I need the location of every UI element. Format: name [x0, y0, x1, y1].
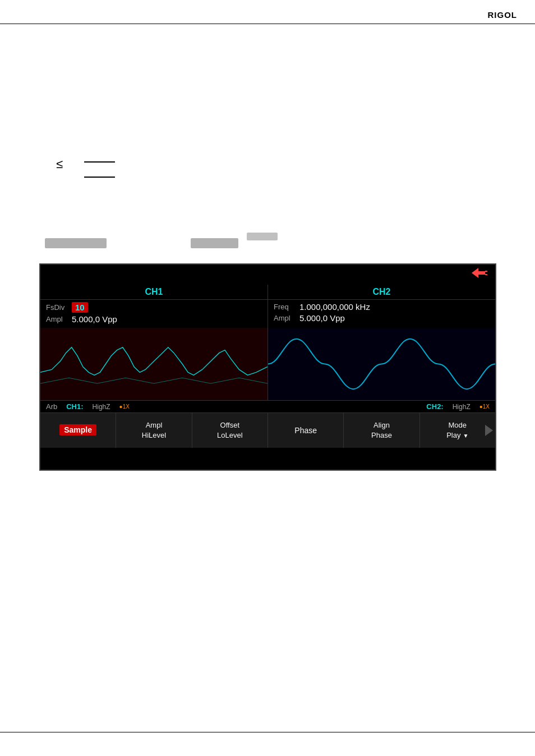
- ch1-params: FsDiv 10 Ampl 5.000,0 Vpp: [40, 300, 268, 328]
- fsdiv-label: FsDiv: [46, 303, 67, 312]
- hilevel-label: HiLevel: [142, 430, 166, 440]
- ch2-waveform: [268, 328, 495, 400]
- play-arrow-icon: ▼: [463, 433, 469, 439]
- ch1-fsdiv-line: FsDiv 10: [46, 302, 262, 313]
- menu-item-offset[interactable]: Offset LoLevel: [192, 413, 268, 448]
- ampl-top-label: Ampl: [146, 420, 163, 430]
- ch1-ampl-label: Ampl: [46, 315, 67, 323]
- gray-bar-3: [247, 233, 278, 240]
- svg-marker-0: [472, 268, 485, 278]
- ch2-freq-value: 1.000,000,000 kHz: [299, 302, 370, 312]
- phase-label: Phase: [294, 426, 317, 435]
- offset-top-label: Offset: [220, 420, 239, 430]
- ch1-waveform: [40, 328, 268, 400]
- menu-item-phase[interactable]: Phase: [268, 413, 344, 448]
- channel-row: CH1 CH2: [40, 285, 495, 300]
- ch2-freq-line: Freq 1.000,000,000 kHz: [274, 302, 490, 312]
- ch1-ampl-line: Ampl 5.000,0 Vpp: [46, 314, 262, 324]
- param-area: FsDiv 10 Ampl 5.000,0 Vpp Freq 1.000,000…: [40, 300, 495, 328]
- ch2-params: Freq 1.000,000,000 kHz Ampl 5.000,0 Vpp: [268, 300, 495, 328]
- rigol-screen: CH1 CH2 FsDiv 10 Ampl 5.000,0 Vpp Freq 1…: [39, 263, 496, 471]
- ch1-ampl-value: 5.000,0 Vpp: [72, 314, 117, 324]
- usb-icon: [471, 267, 488, 282]
- ch2-ampl-value: 5.000,0 Vpp: [299, 313, 345, 323]
- top-brand: RIGOL: [488, 10, 518, 20]
- menu-item-ampl[interactable]: Ampl HiLevel: [116, 413, 192, 448]
- less-equal-symbol: ≤: [56, 157, 63, 171]
- align-phase-label: Phase: [371, 430, 392, 440]
- ch2-status-label: CH2:: [426, 402, 443, 411]
- ch2-freq-label: Freq: [274, 303, 295, 311]
- menu-item-align-phase[interactable]: Align Phase: [344, 413, 419, 448]
- ch2-title: CH2: [268, 286, 495, 298]
- ch2-impedance: HighZ: [453, 403, 471, 411]
- gray-bar-2: [191, 238, 238, 248]
- arb-label: Arb: [46, 402, 57, 411]
- right-arrow-icon: [485, 425, 493, 436]
- diagram-line-bottom: [84, 177, 115, 178]
- top-rule: [0, 24, 535, 24]
- ch2-ampl-line: Ampl 5.000,0 Vpp: [274, 313, 490, 323]
- ch2-ampl-label: Ampl: [274, 314, 295, 322]
- ch1-status-label: CH1:: [66, 402, 83, 411]
- waveform-container: [40, 328, 495, 401]
- play-label: Play: [446, 430, 460, 440]
- menu-bar: Sample Ampl HiLevel Offset LoLevel Phase…: [40, 413, 495, 448]
- svg-rect-3: [40, 328, 268, 400]
- ch1-section: CH1: [40, 285, 268, 299]
- fsdiv-value: 10: [72, 302, 88, 313]
- ch1-mult: ●1X: [119, 403, 130, 410]
- align-label: Align: [373, 420, 390, 430]
- diagram-line-top: [84, 161, 115, 163]
- ch2-section: CH2: [268, 285, 495, 299]
- menu-item-mode[interactable]: Mode Play ▼: [420, 413, 495, 448]
- bottom-rule: [0, 732, 535, 732]
- mode-label: Mode: [449, 420, 467, 430]
- screen-header: [40, 265, 495, 285]
- ch2-mult: ●1X: [479, 403, 490, 410]
- ch1-title: CH1: [40, 286, 268, 298]
- status-bar: Arb CH1: HighZ ●1X CH2: HighZ ●1X: [40, 401, 495, 413]
- ch1-impedance: HighZ: [93, 403, 110, 411]
- lolevel-label: LoLevel: [217, 430, 243, 440]
- gray-bar-1: [45, 238, 107, 248]
- sample-label[interactable]: Sample: [59, 424, 96, 435]
- menu-item-sample[interactable]: Sample: [40, 413, 116, 448]
